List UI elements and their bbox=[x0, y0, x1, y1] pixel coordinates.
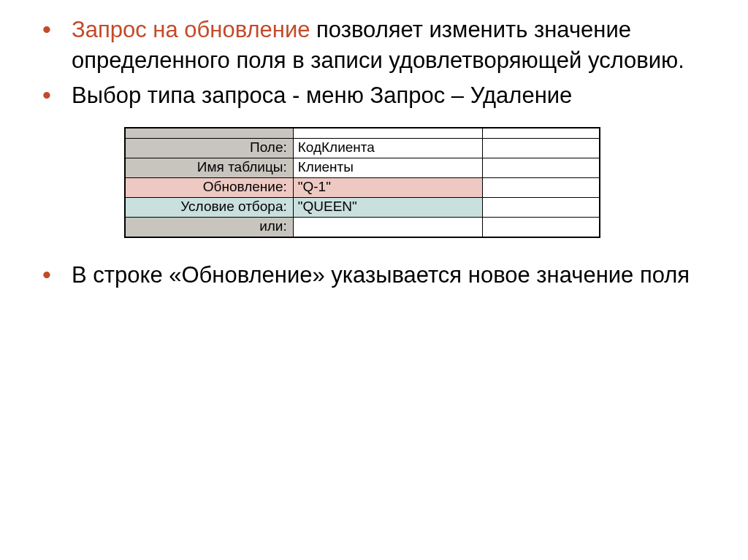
grid-value2-or[interactable] bbox=[483, 217, 600, 237]
grid-value2-table[interactable] bbox=[483, 158, 600, 177]
bullet-1: Запрос на обновление позволяет изменить … bbox=[29, 15, 719, 76]
grid-value-update[interactable]: "Q-1" bbox=[293, 177, 483, 197]
grid-label-or: или: bbox=[126, 217, 294, 237]
grid-header-strip bbox=[126, 128, 600, 138]
query-design-grid: Поле: КодКлиента Имя таблицы: Клиенты Об… bbox=[124, 127, 600, 238]
grid-value2-update[interactable] bbox=[483, 177, 600, 197]
bullet-list-2: В строке «Обновление» указывается новое … bbox=[29, 260, 719, 291]
slide: Запрос на обновление позволяет изменить … bbox=[0, 0, 748, 560]
grid-row-field: Поле: КодКлиента bbox=[126, 138, 600, 158]
grid-value-field[interactable]: КодКлиента bbox=[293, 138, 483, 158]
query-grid-table: Поле: КодКлиента Имя таблицы: Клиенты Об… bbox=[125, 128, 600, 237]
bullet-list: Запрос на обновление позволяет изменить … bbox=[29, 15, 719, 111]
grid-label-table: Имя таблицы: bbox=[126, 158, 294, 177]
grid-value2-field[interactable] bbox=[483, 138, 600, 158]
grid-value2-criteria[interactable] bbox=[483, 197, 600, 217]
grid-row-table: Имя таблицы: Клиенты bbox=[126, 158, 600, 177]
grid-label-criteria: Условие отбора: bbox=[126, 197, 294, 217]
grid-label-update: Обновление: bbox=[126, 177, 294, 197]
grid-row-or: или: bbox=[126, 217, 600, 237]
grid-value-table[interactable]: Клиенты bbox=[293, 158, 483, 177]
grid-row-criteria: Условие отбора: "QUEEN" bbox=[126, 197, 600, 217]
bullet-2: Выбор типа запроса - меню Запрос – Удале… bbox=[29, 80, 719, 111]
grid-label-field: Поле: bbox=[126, 138, 294, 158]
grid-value-criteria[interactable]: "QUEEN" bbox=[293, 197, 483, 217]
bullet-1-highlight: Запрос на обновление bbox=[72, 17, 310, 42]
grid-row-update: Обновление: "Q-1" bbox=[126, 177, 600, 197]
bullet-3: В строке «Обновление» указывается новое … bbox=[29, 260, 719, 291]
grid-value-or[interactable] bbox=[293, 217, 483, 237]
